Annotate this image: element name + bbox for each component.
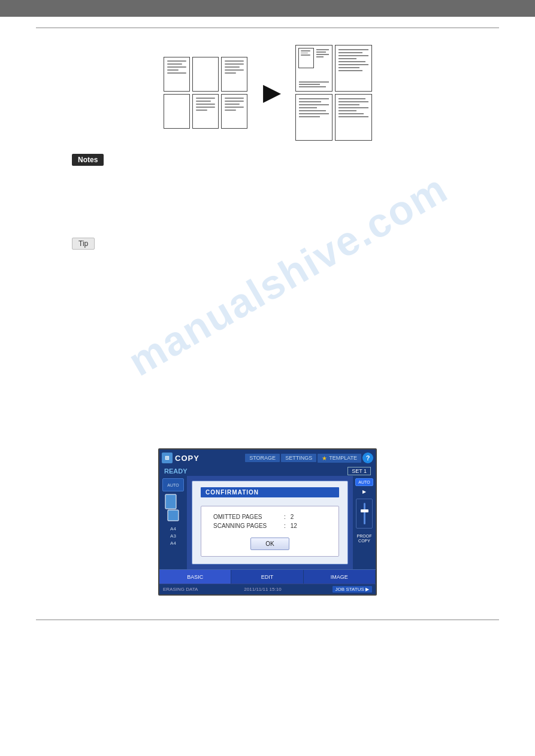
screenshot-frame: ⊞ COPY STORAGE SETTINGS ★TEMPLATE ? READ… (158, 448, 377, 596)
conf-dialog-title: CONFIRMATION (201, 487, 339, 497)
sidebar-paper-icon (163, 493, 183, 523)
conf-val-omitted: 2 (291, 514, 294, 520)
bottom-divider (36, 620, 499, 620)
conf-ok-row: OK (213, 538, 327, 550)
screen-set-badge: SET 1 (347, 467, 371, 475)
confirmation-dialog: CONFIRMATION OMITTED PAGES : 2 SCANNING … (192, 481, 348, 564)
svg-rect-0 (165, 494, 176, 509)
screen-arrow-right[interactable]: ▶ (362, 489, 366, 494)
page-large-2 (335, 45, 372, 92)
screen-sidebar: AUTO A4 A3 A4 (159, 476, 187, 569)
tip-text-section (72, 257, 463, 412)
tab-basic[interactable]: BASIC (159, 570, 231, 584)
sidebar-label-a3: A3 (170, 533, 176, 539)
tab-edit[interactable]: EDIT (231, 570, 303, 584)
screen-tabs[interactable]: STORAGE SETTINGS ★TEMPLATE ? (245, 453, 373, 463)
conf-dialog-content: OMITTED PAGES : 2 SCANNING PAGES : 12 OK (201, 506, 339, 557)
screen-statusbar: ERASING DATA 2011/11/11 15:10 JOB STATUS… (159, 584, 376, 594)
page-thumb-4 (164, 94, 190, 129)
screen-title: COPY (175, 454, 200, 463)
page-thumb-5 (192, 94, 219, 129)
svg-rect-1 (168, 510, 179, 521)
page-large-3 (295, 94, 333, 141)
screen-right-sidebar: AUTO ▶ PROOF COPY (353, 476, 376, 569)
page-thumb-1 (164, 57, 190, 92)
tab-settings[interactable]: SETTINGS (281, 454, 316, 462)
page-large-4 (335, 94, 372, 141)
tab-image[interactable]: IMAGE (304, 570, 376, 584)
conf-row-omitted: OMITTED PAGES : 2 (213, 514, 327, 520)
tip-badge: Tip (0, 221, 535, 250)
screen-bottom-tabs: BASIC EDIT IMAGE (159, 569, 376, 584)
top-divider (36, 28, 499, 28)
conf-ok-button[interactable]: OK (250, 538, 289, 550)
screen-status-row: READY SET 1 (159, 466, 376, 476)
screen-auto-right-btn[interactable]: AUTO (355, 478, 373, 486)
page-thumb-2 (192, 57, 219, 92)
conf-val-scanning: 12 (291, 523, 297, 529)
conf-sep-omitted: : (284, 514, 286, 520)
tab-template[interactable]: ★TEMPLATE (318, 454, 361, 463)
screen-slider[interactable] (356, 499, 373, 529)
page-thumb-3 (221, 57, 247, 92)
screen-proof-copy-label[interactable]: PROOF COPY (355, 534, 374, 544)
screenshot-section: ⊞ COPY STORAGE SETTINGS ★TEMPLATE ? READ… (158, 448, 377, 596)
conf-label-omitted: OMITTED PAGES (213, 514, 279, 520)
diagram-section: ▶ (142, 45, 394, 141)
notes-text-section (72, 173, 463, 221)
tab-help[interactable]: ? (362, 453, 373, 463)
notes-badge: Notes (0, 141, 535, 166)
sidebar-label-a4-2: A4 (170, 541, 176, 546)
screen-topbar: ⊞ COPY STORAGE SETTINGS ★TEMPLATE ? (159, 450, 376, 466)
screen-main: AUTO A4 A3 A4 CONFIRMATION OMITTED PAGE (159, 476, 376, 569)
inner-page-1 (298, 48, 314, 68)
tab-storage[interactable]: STORAGE (245, 454, 280, 462)
screen-status-text: READY (164, 467, 188, 475)
sidebar-auto-btn[interactable]: AUTO (162, 478, 184, 491)
page-large-1 (295, 45, 333, 92)
conf-sep-scanning: : (284, 523, 286, 529)
page-thumb-6 (221, 94, 247, 129)
statusbar-time: 2011/11/11 15:10 (244, 587, 281, 592)
conf-row-scanning: SCANNING PAGES : 12 (213, 523, 327, 529)
diagram-right (295, 45, 372, 141)
screen-logo-icon: ⊞ (162, 453, 173, 463)
diagram-left (164, 57, 247, 129)
sidebar-label-a4-1: A4 (170, 526, 176, 532)
conf-label-scanning: SCANNING PAGES (213, 523, 279, 529)
screen-content: CONFIRMATION OMITTED PAGES : 2 SCANNING … (187, 476, 353, 569)
diagram-arrow: ▶ (263, 80, 280, 105)
statusbar-job-status[interactable]: JOB STATUS ▶ (333, 586, 372, 593)
statusbar-left-text: ERASING DATA (163, 587, 198, 592)
header-bar (0, 0, 535, 17)
